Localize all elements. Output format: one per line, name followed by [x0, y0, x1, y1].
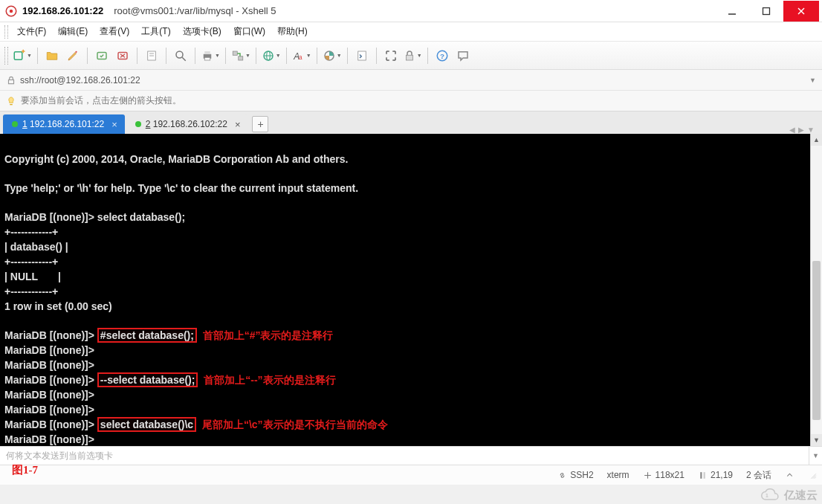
- find-button[interactable]: [170, 45, 191, 66]
- term-prompt: MariaDB [(none)]>: [4, 374, 94, 386]
- bulb-icon: [6, 96, 16, 106]
- svg-rect-21: [204, 57, 210, 60]
- term-line: 1 row in set (0.00 sec): [4, 300, 112, 312]
- web-button[interactable]: ▼: [260, 45, 282, 66]
- title-path: root@vms001:/var/lib/mysql - Xshell 5: [114, 5, 276, 16]
- term-prompt: MariaDB [(none)]>: [4, 404, 94, 416]
- tab-menu-icon[interactable]: ▼: [807, 126, 815, 134]
- terminal-scrollbar[interactable]: ▲ ▼: [810, 134, 822, 446]
- highlight-comment-dashes: --select database();: [97, 372, 198, 387]
- menu-file[interactable]: 文件(F): [12, 23, 51, 40]
- svg-rect-23: [239, 56, 243, 59]
- tab-nav: ◀ ▶ ▼: [789, 126, 819, 134]
- svg-text:1: 1: [766, 493, 768, 498]
- svg-text:?: ?: [440, 51, 444, 59]
- tab-prev-icon[interactable]: ◀: [789, 126, 795, 134]
- toolbar-grip[interactable]: [4, 47, 8, 65]
- scroll-up-icon[interactable]: ▲: [811, 134, 822, 146]
- menubar-grip[interactable]: [4, 25, 8, 39]
- help-icon-button[interactable]: ?: [432, 45, 453, 66]
- term-prompt: MariaDB [(none)]>: [4, 344, 94, 356]
- svg-rect-37: [704, 472, 705, 479]
- term-line: +------------+: [4, 285, 58, 297]
- disconnect-button[interactable]: [112, 45, 133, 66]
- status-proto: SSH2: [557, 470, 593, 480]
- send-input-dropdown-icon[interactable]: ▼: [809, 447, 822, 465]
- script-button[interactable]: [352, 45, 372, 66]
- address-text: ssh://root@192.168.26.101:22: [20, 75, 140, 85]
- highlight-comment-hash: #select database();: [97, 328, 197, 343]
- watermark: 1 亿速云: [759, 488, 818, 503]
- menu-window[interactable]: 窗口(W): [228, 23, 271, 40]
- print-button[interactable]: ▼: [199, 45, 221, 66]
- title-ip: 192.168.26.101:22: [22, 5, 103, 16]
- hintbar: 要添加当前会话，点击左侧的箭头按钮。: [0, 91, 822, 112]
- term-line: Copyright (c) 2000, 2014, Oracle, MariaD…: [4, 153, 348, 165]
- font-button[interactable]: Aa▼: [291, 45, 313, 66]
- annotation: 首部加上“--”表示的是注释行: [204, 374, 335, 386]
- tabbar: 1 192.168.26.101:22 × 2 192.168.26.102:2…: [0, 112, 822, 134]
- lock-button[interactable]: ▼: [401, 45, 424, 66]
- menu-tabs[interactable]: 选项卡(B): [178, 23, 227, 40]
- tab-session-2[interactable]: 2 192.168.26.102:22 ×: [126, 114, 248, 134]
- svg-rect-31: [406, 55, 412, 60]
- menu-edit[interactable]: 编辑(E): [53, 23, 93, 40]
- menu-view[interactable]: 查看(V): [94, 23, 135, 40]
- svg-rect-20: [204, 51, 210, 54]
- status-dot-icon: [135, 121, 141, 127]
- tab-close-icon[interactable]: ×: [111, 119, 117, 130]
- highlight-cancel-c: select database()\c: [97, 417, 196, 432]
- tab-number: 1: [22, 119, 27, 129]
- status-dot-icon: [12, 121, 18, 127]
- svg-point-1: [10, 9, 13, 13]
- tab-session-1[interactable]: 1 192.168.26.101:22 ×: [3, 114, 125, 134]
- reconnect-button[interactable]: [91, 45, 112, 66]
- send-input-placeholder[interactable]: 何将文本发送到当前选项卡: [0, 450, 809, 462]
- close-button[interactable]: [783, 1, 819, 22]
- minimize-button[interactable]: [715, 1, 749, 22]
- open-button[interactable]: [42, 45, 62, 66]
- annotation: 首部加上“#”表示的是注释行: [203, 329, 334, 341]
- lock-icon: [6, 75, 16, 85]
- scroll-down-icon[interactable]: ▼: [811, 434, 822, 446]
- fullscreen-button[interactable]: [381, 45, 401, 66]
- tab-next-icon[interactable]: ▶: [798, 126, 804, 134]
- address-dropdown-icon[interactable]: ▼: [809, 77, 816, 84]
- transfer-button[interactable]: ▼: [230, 45, 252, 66]
- svg-rect-6: [14, 51, 22, 59]
- svg-line-40: [815, 476, 816, 478]
- maximize-button[interactable]: [749, 1, 783, 22]
- svg-point-17: [176, 51, 183, 58]
- term-line: +------------+: [4, 226, 58, 238]
- send-input-bar[interactable]: 何将文本发送到当前选项卡 ▼: [0, 446, 822, 465]
- status-up-icon[interactable]: [785, 471, 795, 480]
- svg-text:a: a: [299, 54, 302, 60]
- tab-close-icon[interactable]: ×: [235, 119, 241, 130]
- properties-button[interactable]: [141, 45, 162, 66]
- cloud-icon: 1: [759, 488, 781, 503]
- terminal[interactable]: Copyright (c) 2000, 2014, Oracle, MariaD…: [0, 134, 810, 446]
- resize-icon: [643, 471, 653, 480]
- scroll-thumb[interactable]: [812, 261, 821, 419]
- svg-rect-30: [357, 51, 366, 60]
- new-session-button[interactable]: ▼: [11, 45, 33, 66]
- menu-tools[interactable]: 工具(T): [136, 23, 175, 40]
- tab-label: 192.168.26.101:22: [30, 119, 104, 129]
- chat-button[interactable]: [453, 45, 473, 66]
- term-line: +------------+: [4, 256, 58, 268]
- svg-line-39: [813, 475, 816, 478]
- status-grip-icon[interactable]: [808, 471, 818, 480]
- svg-rect-34: [9, 80, 14, 83]
- figure-label: 图1-7: [12, 463, 38, 477]
- status-term: xterm: [607, 470, 630, 480]
- compose-button[interactable]: [62, 45, 83, 66]
- color-button[interactable]: ▼: [321, 45, 343, 66]
- tab-add-button[interactable]: +: [252, 116, 268, 132]
- term-cmd: select database();: [97, 211, 185, 223]
- term-prompt: MariaDB [(none)]>: [4, 419, 94, 430]
- term-prompt: MariaDB [(none)]>: [4, 329, 94, 341]
- term-prompt: MariaDB [(none)]>: [4, 359, 94, 371]
- menu-help[interactable]: 帮助(H): [272, 23, 313, 40]
- status-sessions: 2 会话: [746, 469, 771, 482]
- addressbar[interactable]: ssh://root@192.168.26.101:22 ▼: [0, 70, 822, 91]
